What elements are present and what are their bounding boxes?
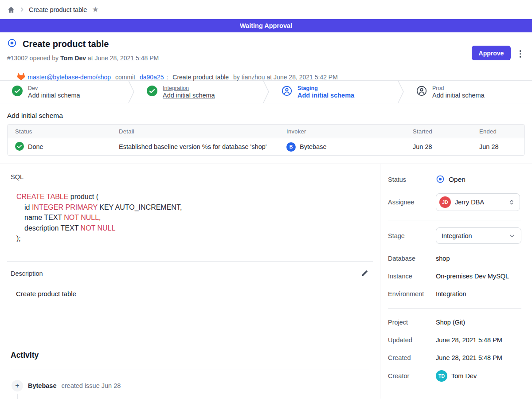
- task-status-text: Done: [28, 143, 43, 150]
- col-status: Status: [8, 125, 111, 138]
- issue-opened-at: at June 28, 2021 5:48 PM: [86, 55, 159, 62]
- more-actions-kebab-icon[interactable]: [518, 49, 523, 59]
- description-divider: [7, 261, 373, 262]
- stage-task-label: Add initial schema: [28, 92, 80, 99]
- commit-sha-link[interactable]: da90a25: [140, 74, 164, 81]
- commit-message: Create product table: [172, 74, 229, 81]
- task-status-cell: Done: [8, 138, 111, 155]
- stage-task-label: Add initial schema: [297, 92, 354, 99]
- commit-word: commit: [113, 74, 137, 81]
- chevron-right-icon: [19, 7, 25, 12]
- bytebase-avatar: B: [286, 142, 296, 152]
- main-content: SQL CREATE TABLE product ( id INTEGER PR…: [0, 164, 380, 399]
- task-started-cell: Jun 28: [405, 138, 472, 155]
- stage-value: Integration: [442, 232, 472, 239]
- favorite-star-icon[interactable]: ★: [92, 6, 98, 13]
- approve-button[interactable]: Approve: [472, 46, 511, 60]
- updated-label: Updated: [388, 336, 436, 344]
- breadcrumb: Create product table ★: [0, 0, 532, 19]
- plus-icon: +: [12, 380, 23, 391]
- task-table-header: Status Detail Invoker Started Ended: [8, 125, 524, 138]
- task-ended-cell: Jun 28: [472, 138, 524, 155]
- database-label: Database: [388, 255, 436, 262]
- sql-line: CREATE TABLE product (: [16, 192, 369, 202]
- breadcrumb-title: Create product table: [29, 6, 87, 13]
- task-invoker-cell: B Bytebase: [279, 138, 405, 155]
- branch-repo-link[interactable]: master@bytebase-demo/shop: [27, 74, 111, 81]
- issue-sidebar: Status Open Assignee JD Jerry DBA Stage: [380, 164, 532, 399]
- pencil-icon: [361, 271, 368, 278]
- activity-item: + Bytebase created issue Jun 28: [11, 380, 369, 391]
- description-text[interactable]: Create product table: [16, 290, 369, 297]
- approval-banner: Waiting Approval: [0, 19, 532, 32]
- assignee-avatar: JD: [439, 196, 451, 208]
- commit-colon: :: [167, 74, 170, 81]
- description-label: Description: [11, 270, 43, 277]
- sql-statement: CREATE TABLE product ( id INTEGER PRIMAR…: [16, 192, 369, 244]
- stage-label: Stage: [388, 232, 436, 239]
- sql-label: SQL: [11, 173, 369, 180]
- activity-author: Bytebase: [28, 382, 56, 389]
- page-title: Create product table: [23, 39, 109, 49]
- issue-meta: #13002 opened by Tom Dev at June 28, 202…: [7, 55, 525, 62]
- approval-banner-text: Waiting Approval: [240, 22, 292, 29]
- stage-select[interactable]: Integration: [436, 227, 521, 244]
- created-label: Created: [388, 354, 436, 361]
- table-row[interactable]: Done Established baseline version %s for…: [8, 138, 524, 155]
- task-section: Add initial schema Status Detail Invoker…: [0, 112, 532, 156]
- database-value: shop: [436, 255, 450, 262]
- commit-by: by tianzhou at June 28, 2021 5:42 PM: [231, 74, 338, 81]
- updown-chevron-icon: [508, 199, 515, 206]
- creator-avatar: TD: [436, 370, 447, 382]
- environment-value: Integration: [436, 290, 466, 297]
- task-table: Status Detail Invoker Started Ended Done…: [7, 124, 525, 156]
- col-started: Started: [405, 125, 472, 138]
- sidebar-divider: [388, 220, 521, 220]
- col-invoker: Invoker: [279, 125, 405, 138]
- created-value: June 28, 2021 5:48 PM: [436, 354, 502, 361]
- activity-action: created issue Jun 28: [61, 382, 121, 389]
- activity-divider: [11, 369, 369, 369]
- col-ended: Ended: [472, 125, 524, 138]
- status-open-icon: [436, 175, 445, 185]
- issue-author: Tom Dev: [60, 55, 86, 62]
- creator-label: Creator: [388, 372, 436, 379]
- project-value[interactable]: Shop (Git): [436, 319, 465, 326]
- issue-open-icon: [7, 38, 17, 50]
- instance-value: On-premises Dev MySQL: [436, 273, 509, 280]
- col-detail: Detail: [111, 125, 279, 138]
- assignee-value: Jerry DBA: [455, 199, 484, 206]
- task-heading: Add initial schema: [7, 112, 525, 120]
- project-label: Project: [388, 319, 436, 326]
- assignee-label: Assignee: [388, 199, 436, 206]
- updated-value: June 28, 2021 5:48 PM: [436, 336, 502, 344]
- assignee-select[interactable]: JD Jerry DBA: [436, 193, 520, 211]
- task-invoker-name: Bytebase: [300, 143, 326, 150]
- stage-task-label: Add initial schema: [432, 92, 485, 99]
- home-icon[interactable]: [7, 6, 15, 14]
- sql-line: );: [16, 233, 369, 244]
- stage-task-label: Add initial schema: [163, 92, 215, 99]
- sql-line: id INTEGER PRIMARY KEY AUTO_INCREMENT,: [16, 202, 369, 213]
- sql-line: name TEXT NOT NULL,: [16, 212, 369, 223]
- sql-line: description TEXT NOT NULL: [16, 223, 369, 234]
- environment-label: Environment: [388, 290, 436, 297]
- status-label: Status: [388, 176, 436, 183]
- task-detail-cell: Established baseline version %s for data…: [111, 138, 279, 155]
- commit-line: master@bytebase-demo/shop commit da90a25…: [7, 66, 525, 89]
- issue-header: Create product table #13002 opened by To…: [0, 32, 532, 80]
- status-value: Open: [449, 176, 466, 184]
- done-check-icon: [15, 142, 24, 152]
- creator-value: Tom Dev: [451, 372, 477, 379]
- sidebar-divider: [388, 308, 521, 309]
- instance-label: Instance: [388, 273, 436, 280]
- edit-description-button[interactable]: [360, 269, 369, 279]
- activity-heading: Activity: [11, 351, 369, 360]
- issue-id: #13002 opened by: [7, 55, 60, 62]
- gitlab-icon: [7, 66, 25, 89]
- chevron-down-icon: [509, 232, 516, 239]
